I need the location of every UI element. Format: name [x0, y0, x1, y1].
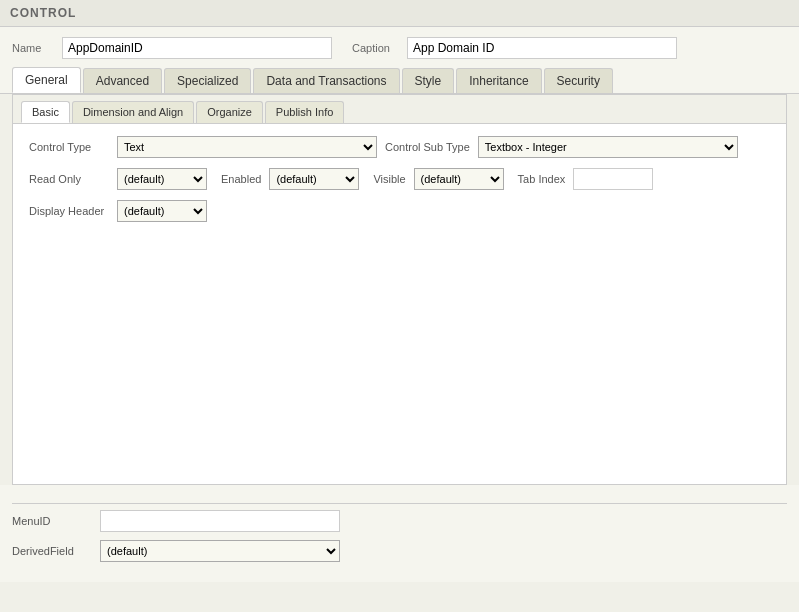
tab-general[interactable]: General — [12, 67, 81, 93]
control-type-label: Control Type — [29, 141, 109, 153]
caption-label: Caption — [352, 42, 397, 54]
menu-id-input[interactable] — [100, 510, 340, 532]
page-title: CONTROL — [10, 6, 76, 20]
divider — [12, 503, 787, 504]
inner-tabs: Basic Dimension and Align Organize Publi… — [13, 95, 786, 124]
tab-organize[interactable]: Organize — [196, 101, 263, 123]
visible-label: Visible — [373, 173, 405, 185]
derived-field-select[interactable]: (default) — [100, 540, 340, 562]
tab-index-label: Tab Index — [518, 173, 566, 185]
outer-tabs: General Advanced Specialized Data and Tr… — [12, 67, 787, 93]
tab-specialized[interactable]: Specialized — [164, 68, 251, 93]
display-header-select[interactable]: (default) — [117, 200, 207, 222]
read-only-row: Read Only (default) Enabled (default) Vi… — [29, 168, 770, 190]
top-section: Name Caption General Advanced Specialize… — [0, 27, 799, 94]
inner-form-content: Control Type Text Control Sub Type Textb… — [13, 124, 786, 484]
visible-select[interactable]: (default) — [414, 168, 504, 190]
name-caption-row: Name Caption — [12, 37, 787, 59]
tab-publish-info[interactable]: Publish Info — [265, 101, 344, 123]
read-only-select[interactable]: (default) — [117, 168, 207, 190]
display-header-label: Display Header — [29, 205, 109, 217]
tab-index-input[interactable] — [573, 168, 653, 190]
caption-input[interactable] — [407, 37, 677, 59]
tab-inheritance[interactable]: Inheritance — [456, 68, 541, 93]
name-label: Name — [12, 42, 52, 54]
derived-field-row: DerivedField (default) — [12, 540, 787, 562]
display-header-row: Display Header (default) — [29, 200, 770, 222]
tab-dimension-and-align[interactable]: Dimension and Align — [72, 101, 194, 123]
content-area — [29, 232, 770, 472]
control-type-select[interactable]: Text — [117, 136, 377, 158]
main-content: Basic Dimension and Align Organize Publi… — [12, 94, 787, 485]
enabled-select[interactable]: (default) — [269, 168, 359, 190]
control-sub-type-label: Control Sub Type — [385, 141, 470, 153]
menu-id-row: MenuID — [12, 510, 787, 532]
tab-data-and-transactions[interactable]: Data and Transactions — [253, 68, 399, 93]
read-only-label: Read Only — [29, 173, 109, 185]
page-header: CONTROL — [0, 0, 799, 27]
control-type-row: Control Type Text Control Sub Type Textb… — [29, 136, 770, 158]
menu-id-label: MenuID — [12, 515, 92, 527]
tab-style[interactable]: Style — [402, 68, 455, 93]
tab-basic[interactable]: Basic — [21, 101, 70, 123]
enabled-label: Enabled — [221, 173, 261, 185]
derived-field-label: DerivedField — [12, 545, 92, 557]
name-input[interactable] — [62, 37, 332, 59]
tab-advanced[interactable]: Advanced — [83, 68, 162, 93]
control-sub-type-select[interactable]: Textbox - Integer — [478, 136, 738, 158]
tab-security[interactable]: Security — [544, 68, 613, 93]
bottom-section: MenuID DerivedField (default) — [0, 485, 799, 582]
